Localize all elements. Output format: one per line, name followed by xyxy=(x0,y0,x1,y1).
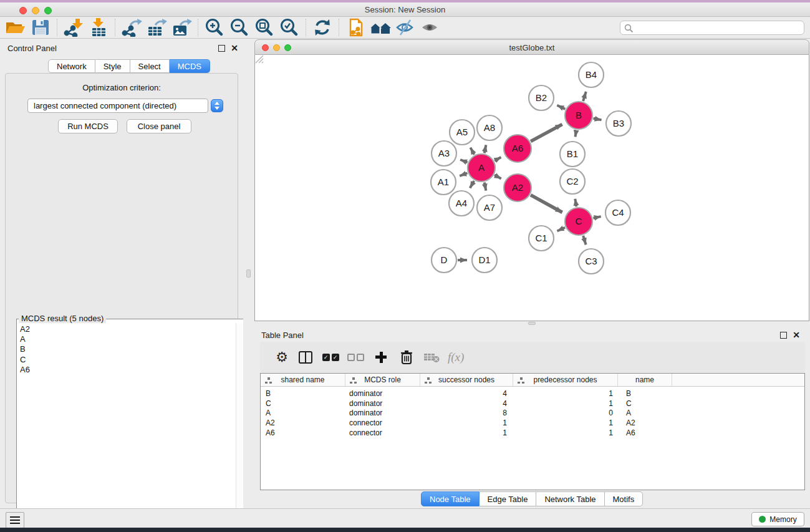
tab-node-table[interactable]: Node Table xyxy=(421,491,480,506)
new-session-file-button[interactable] xyxy=(343,17,368,37)
mcds-result-item[interactable]: C xyxy=(20,355,235,365)
table-cell[interactable]: 1 xyxy=(420,428,513,438)
criterion-dropdown-stepper[interactable] xyxy=(211,99,223,112)
node-A[interactable]: A xyxy=(468,154,495,181)
node-B[interactable]: B xyxy=(565,102,592,129)
table-cell[interactable]: C xyxy=(618,399,672,409)
table-cell[interactable]: 1 xyxy=(513,418,618,428)
table-cell[interactable]: dominator xyxy=(345,399,420,409)
table-row[interactable]: Bdominator41B xyxy=(261,389,804,399)
close-panel-icon[interactable]: ✕ xyxy=(793,331,800,339)
node-D1[interactable]: D1 xyxy=(472,248,497,273)
table-cell[interactable]: dominator xyxy=(345,389,420,399)
tab-network[interactable]: Network xyxy=(48,59,95,73)
table-cell[interactable]: 1 xyxy=(420,418,513,428)
table-cell[interactable]: A6 xyxy=(618,428,672,438)
search-field[interactable] xyxy=(620,21,804,35)
zoom-out-button[interactable] xyxy=(227,17,252,37)
node-C4[interactable]: C4 xyxy=(605,200,630,225)
edge-A-A2[interactable] xyxy=(494,175,501,179)
edge-C-C4[interactable] xyxy=(593,216,600,218)
node-A1[interactable]: A1 xyxy=(431,170,456,195)
table-cell[interactable]: A xyxy=(618,409,672,418)
vertical-splitter[interactable] xyxy=(243,39,254,508)
node-B3[interactable]: B3 xyxy=(606,111,631,136)
table-cell[interactable]: 1 xyxy=(513,389,618,399)
edge-B-B1[interactable] xyxy=(576,130,577,137)
open-session-button[interactable] xyxy=(3,17,28,37)
run-mcds-button[interactable]: Run MCDS xyxy=(58,119,118,133)
edge-A-A4[interactable] xyxy=(470,181,475,188)
export-network-button[interactable] xyxy=(119,17,144,37)
zoom-in-button[interactable] xyxy=(202,17,227,37)
table-cell[interactable]: A2 xyxy=(261,418,345,428)
edge-A-A3[interactable] xyxy=(460,160,468,162)
zoom-fit-button[interactable] xyxy=(252,17,277,37)
import-network-button[interactable] xyxy=(61,17,86,37)
hide-selected-button[interactable] xyxy=(393,17,418,37)
edge-C-C2[interactable] xyxy=(575,199,576,207)
home-button[interactable] xyxy=(368,17,393,37)
splitter-handle[interactable] xyxy=(246,269,251,278)
tab-motifs[interactable]: Motifs xyxy=(605,491,644,506)
edge-A2-C[interactable] xyxy=(531,195,562,213)
edge-A-A7[interactable] xyxy=(485,183,486,191)
node-C[interactable]: C xyxy=(565,208,592,235)
node-D[interactable]: D xyxy=(432,248,456,273)
table-cell[interactable]: 1 xyxy=(513,399,618,409)
edge-C-C1[interactable] xyxy=(557,228,566,231)
select-all-icon[interactable]: ✓✓ xyxy=(318,347,343,367)
table-cell[interactable]: 1 xyxy=(513,428,618,438)
node-C1[interactable]: C1 xyxy=(529,226,554,251)
node-B1[interactable]: B1 xyxy=(560,142,585,167)
add-row-icon[interactable] xyxy=(368,347,394,367)
table-cell[interactable]: dominator xyxy=(345,409,420,418)
edge-A-A5[interactable] xyxy=(470,148,474,155)
horizontal-splitter-handle[interactable] xyxy=(528,322,536,325)
table-cell[interactable]: 4 xyxy=(420,399,513,409)
node-A4[interactable]: A4 xyxy=(449,191,474,216)
table-cell[interactable]: A2 xyxy=(618,418,672,428)
node-A6[interactable]: A6 xyxy=(504,135,531,162)
float-panel-icon[interactable] xyxy=(780,332,787,339)
task-history-button[interactable] xyxy=(6,512,24,528)
table-cell[interactable]: 0 xyxy=(513,409,618,418)
table-cell[interactable]: B xyxy=(261,389,345,399)
import-table-button[interactable] xyxy=(86,17,111,37)
table-cell[interactable]: A6 xyxy=(261,428,345,438)
tab-select[interactable]: Select xyxy=(130,59,170,73)
node-B2[interactable]: B2 xyxy=(529,85,554,110)
close-panel-icon[interactable]: ✕ xyxy=(231,44,238,52)
mcds-result-item[interactable]: B xyxy=(20,344,235,354)
zoom-selected-button[interactable] xyxy=(277,17,302,37)
table-row[interactable]: Adominator80A xyxy=(261,409,804,418)
edge-B-B2[interactable] xyxy=(557,105,565,109)
edge-B-B3[interactable] xyxy=(594,118,602,120)
table-cell[interactable]: C xyxy=(261,399,345,409)
node-A3[interactable]: A3 xyxy=(432,141,456,166)
edge-A-A6[interactable] xyxy=(494,157,501,161)
node-A2[interactable]: A2 xyxy=(504,174,531,201)
table-cell[interactable]: B xyxy=(618,389,672,399)
delete-table-icon[interactable] xyxy=(419,347,444,367)
columns-icon[interactable] xyxy=(293,347,318,367)
search-input[interactable] xyxy=(635,22,801,34)
memory-button[interactable]: Memory xyxy=(751,512,804,526)
tab-mcds[interactable]: MCDS xyxy=(170,59,210,73)
tab-edge-table[interactable]: Edge Table xyxy=(480,491,537,506)
column-header-successor-nodes[interactable]: successor nodes xyxy=(420,374,513,386)
settings-icon[interactable]: ⚙ xyxy=(271,347,293,367)
function-builder-icon[interactable]: f(x) xyxy=(444,347,464,367)
save-session-button[interactable] xyxy=(28,17,53,37)
edge-B-B4[interactable] xyxy=(583,92,586,101)
table-cell[interactable]: 4 xyxy=(420,389,513,399)
edge-C-C3[interactable] xyxy=(583,236,586,244)
node-A8[interactable]: A8 xyxy=(477,115,502,140)
criterion-dropdown[interactable]: largest connected component (directed) xyxy=(27,99,208,113)
network-canvas[interactable]: AA1A2A3A4A5A6A7A8BB1B2B3B4CC1C2C3C4DD1 xyxy=(254,55,809,321)
column-header-name[interactable]: name xyxy=(618,374,672,386)
main-titlebar[interactable]: Session: New Session xyxy=(0,2,810,17)
node-A7[interactable]: A7 xyxy=(477,195,502,220)
mcds-result-list[interactable]: A2ABCA6 xyxy=(17,323,235,532)
export-image-button[interactable] xyxy=(169,17,194,37)
